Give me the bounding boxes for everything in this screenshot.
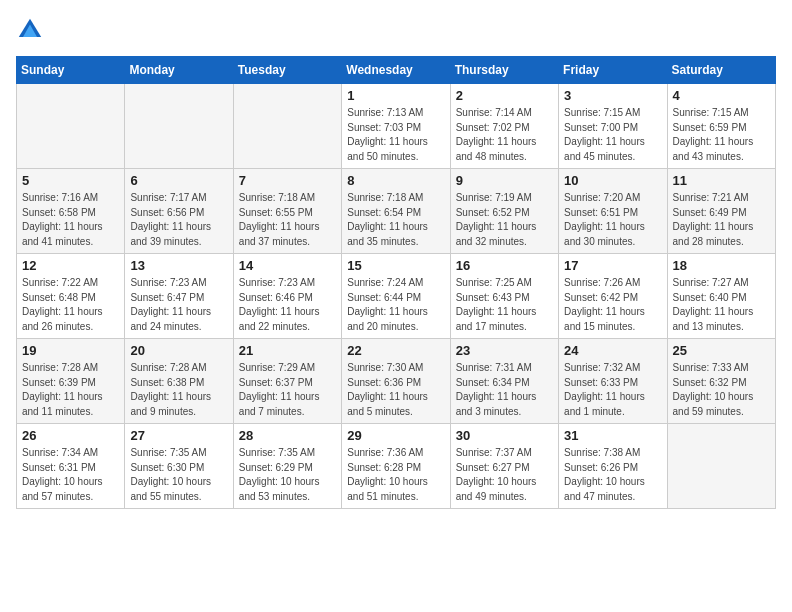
calendar-cell: 10Sunrise: 7:20 AM Sunset: 6:51 PM Dayli… [559, 169, 667, 254]
calendar-cell: 4Sunrise: 7:15 AM Sunset: 6:59 PM Daylig… [667, 84, 775, 169]
weekday-header: Saturday [667, 57, 775, 84]
logo-icon [16, 16, 44, 44]
calendar-cell: 21Sunrise: 7:29 AM Sunset: 6:37 PM Dayli… [233, 339, 341, 424]
day-info: Sunrise: 7:38 AM Sunset: 6:26 PM Dayligh… [564, 446, 661, 504]
day-info: Sunrise: 7:28 AM Sunset: 6:38 PM Dayligh… [130, 361, 227, 419]
day-number: 20 [130, 343, 227, 358]
day-number: 14 [239, 258, 336, 273]
calendar-cell: 3Sunrise: 7:15 AM Sunset: 7:00 PM Daylig… [559, 84, 667, 169]
calendar-cell: 27Sunrise: 7:35 AM Sunset: 6:30 PM Dayli… [125, 424, 233, 509]
day-info: Sunrise: 7:26 AM Sunset: 6:42 PM Dayligh… [564, 276, 661, 334]
calendar-cell: 23Sunrise: 7:31 AM Sunset: 6:34 PM Dayli… [450, 339, 558, 424]
day-number: 21 [239, 343, 336, 358]
calendar-cell [125, 84, 233, 169]
day-info: Sunrise: 7:18 AM Sunset: 6:55 PM Dayligh… [239, 191, 336, 249]
day-info: Sunrise: 7:29 AM Sunset: 6:37 PM Dayligh… [239, 361, 336, 419]
day-number: 17 [564, 258, 661, 273]
calendar-cell: 2Sunrise: 7:14 AM Sunset: 7:02 PM Daylig… [450, 84, 558, 169]
day-info: Sunrise: 7:20 AM Sunset: 6:51 PM Dayligh… [564, 191, 661, 249]
day-info: Sunrise: 7:24 AM Sunset: 6:44 PM Dayligh… [347, 276, 444, 334]
day-info: Sunrise: 7:18 AM Sunset: 6:54 PM Dayligh… [347, 191, 444, 249]
day-number: 29 [347, 428, 444, 443]
day-number: 7 [239, 173, 336, 188]
day-number: 25 [673, 343, 770, 358]
day-info: Sunrise: 7:31 AM Sunset: 6:34 PM Dayligh… [456, 361, 553, 419]
calendar-cell: 30Sunrise: 7:37 AM Sunset: 6:27 PM Dayli… [450, 424, 558, 509]
calendar-cell: 7Sunrise: 7:18 AM Sunset: 6:55 PM Daylig… [233, 169, 341, 254]
calendar-week-row: 19Sunrise: 7:28 AM Sunset: 6:39 PM Dayli… [17, 339, 776, 424]
calendar-cell: 15Sunrise: 7:24 AM Sunset: 6:44 PM Dayli… [342, 254, 450, 339]
day-info: Sunrise: 7:37 AM Sunset: 6:27 PM Dayligh… [456, 446, 553, 504]
calendar-cell: 22Sunrise: 7:30 AM Sunset: 6:36 PM Dayli… [342, 339, 450, 424]
day-info: Sunrise: 7:28 AM Sunset: 6:39 PM Dayligh… [22, 361, 119, 419]
calendar-cell [667, 424, 775, 509]
calendar-cell: 29Sunrise: 7:36 AM Sunset: 6:28 PM Dayli… [342, 424, 450, 509]
calendar-week-row: 5Sunrise: 7:16 AM Sunset: 6:58 PM Daylig… [17, 169, 776, 254]
weekday-header: Monday [125, 57, 233, 84]
day-number: 2 [456, 88, 553, 103]
calendar-cell: 16Sunrise: 7:25 AM Sunset: 6:43 PM Dayli… [450, 254, 558, 339]
calendar-cell [233, 84, 341, 169]
day-info: Sunrise: 7:23 AM Sunset: 6:46 PM Dayligh… [239, 276, 336, 334]
day-info: Sunrise: 7:35 AM Sunset: 6:30 PM Dayligh… [130, 446, 227, 504]
day-info: Sunrise: 7:34 AM Sunset: 6:31 PM Dayligh… [22, 446, 119, 504]
day-number: 10 [564, 173, 661, 188]
calendar-cell: 9Sunrise: 7:19 AM Sunset: 6:52 PM Daylig… [450, 169, 558, 254]
day-number: 30 [456, 428, 553, 443]
day-info: Sunrise: 7:23 AM Sunset: 6:47 PM Dayligh… [130, 276, 227, 334]
calendar-week-row: 26Sunrise: 7:34 AM Sunset: 6:31 PM Dayli… [17, 424, 776, 509]
day-info: Sunrise: 7:32 AM Sunset: 6:33 PM Dayligh… [564, 361, 661, 419]
calendar-cell: 26Sunrise: 7:34 AM Sunset: 6:31 PM Dayli… [17, 424, 125, 509]
day-number: 8 [347, 173, 444, 188]
day-number: 31 [564, 428, 661, 443]
calendar-cell: 6Sunrise: 7:17 AM Sunset: 6:56 PM Daylig… [125, 169, 233, 254]
weekday-header: Sunday [17, 57, 125, 84]
day-info: Sunrise: 7:13 AM Sunset: 7:03 PM Dayligh… [347, 106, 444, 164]
day-number: 12 [22, 258, 119, 273]
weekday-header-row: SundayMondayTuesdayWednesdayThursdayFrid… [17, 57, 776, 84]
calendar-cell: 8Sunrise: 7:18 AM Sunset: 6:54 PM Daylig… [342, 169, 450, 254]
page-header [16, 16, 776, 44]
calendar-cell: 1Sunrise: 7:13 AM Sunset: 7:03 PM Daylig… [342, 84, 450, 169]
day-info: Sunrise: 7:21 AM Sunset: 6:49 PM Dayligh… [673, 191, 770, 249]
day-number: 15 [347, 258, 444, 273]
weekday-header: Tuesday [233, 57, 341, 84]
calendar-cell: 31Sunrise: 7:38 AM Sunset: 6:26 PM Dayli… [559, 424, 667, 509]
calendar-cell [17, 84, 125, 169]
calendar-table: SundayMondayTuesdayWednesdayThursdayFrid… [16, 56, 776, 509]
day-number: 23 [456, 343, 553, 358]
calendar-cell: 14Sunrise: 7:23 AM Sunset: 6:46 PM Dayli… [233, 254, 341, 339]
day-number: 9 [456, 173, 553, 188]
calendar-cell: 12Sunrise: 7:22 AM Sunset: 6:48 PM Dayli… [17, 254, 125, 339]
calendar-cell: 24Sunrise: 7:32 AM Sunset: 6:33 PM Dayli… [559, 339, 667, 424]
day-number: 4 [673, 88, 770, 103]
day-info: Sunrise: 7:33 AM Sunset: 6:32 PM Dayligh… [673, 361, 770, 419]
day-number: 16 [456, 258, 553, 273]
weekday-header: Thursday [450, 57, 558, 84]
day-number: 11 [673, 173, 770, 188]
day-number: 6 [130, 173, 227, 188]
day-number: 3 [564, 88, 661, 103]
day-info: Sunrise: 7:15 AM Sunset: 6:59 PM Dayligh… [673, 106, 770, 164]
calendar-cell: 20Sunrise: 7:28 AM Sunset: 6:38 PM Dayli… [125, 339, 233, 424]
logo [16, 16, 48, 44]
day-number: 13 [130, 258, 227, 273]
day-number: 26 [22, 428, 119, 443]
calendar-cell: 13Sunrise: 7:23 AM Sunset: 6:47 PM Dayli… [125, 254, 233, 339]
day-number: 27 [130, 428, 227, 443]
calendar-cell: 28Sunrise: 7:35 AM Sunset: 6:29 PM Dayli… [233, 424, 341, 509]
day-info: Sunrise: 7:16 AM Sunset: 6:58 PM Dayligh… [22, 191, 119, 249]
day-info: Sunrise: 7:14 AM Sunset: 7:02 PM Dayligh… [456, 106, 553, 164]
day-number: 1 [347, 88, 444, 103]
day-info: Sunrise: 7:36 AM Sunset: 6:28 PM Dayligh… [347, 446, 444, 504]
calendar-cell: 25Sunrise: 7:33 AM Sunset: 6:32 PM Dayli… [667, 339, 775, 424]
calendar-cell: 17Sunrise: 7:26 AM Sunset: 6:42 PM Dayli… [559, 254, 667, 339]
day-info: Sunrise: 7:27 AM Sunset: 6:40 PM Dayligh… [673, 276, 770, 334]
day-number: 5 [22, 173, 119, 188]
day-info: Sunrise: 7:22 AM Sunset: 6:48 PM Dayligh… [22, 276, 119, 334]
calendar-cell: 11Sunrise: 7:21 AM Sunset: 6:49 PM Dayli… [667, 169, 775, 254]
day-info: Sunrise: 7:19 AM Sunset: 6:52 PM Dayligh… [456, 191, 553, 249]
day-number: 28 [239, 428, 336, 443]
calendar-week-row: 12Sunrise: 7:22 AM Sunset: 6:48 PM Dayli… [17, 254, 776, 339]
calendar-cell: 19Sunrise: 7:28 AM Sunset: 6:39 PM Dayli… [17, 339, 125, 424]
